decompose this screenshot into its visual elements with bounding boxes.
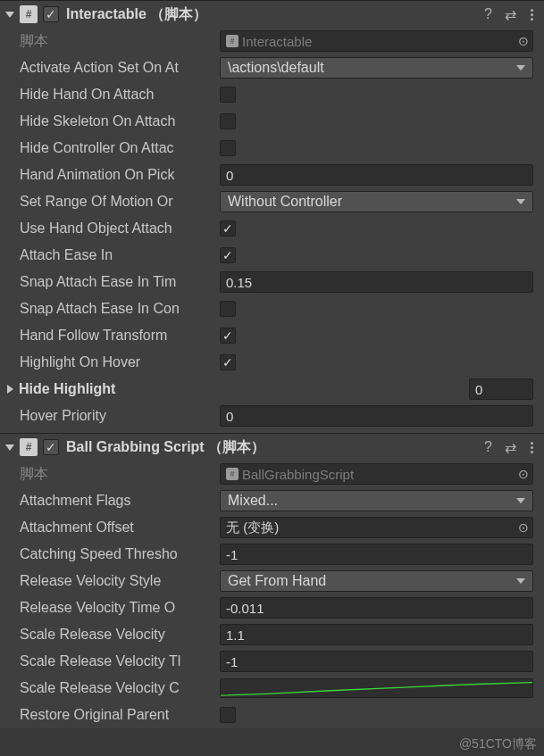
script-icon: # xyxy=(20,438,38,456)
menu-icon[interactable] xyxy=(529,440,535,455)
input-catching-speed[interactable] xyxy=(220,544,533,565)
input-scale-release-velocity-t[interactable] xyxy=(220,651,533,672)
script-field[interactable]: # Interactable ⊙ xyxy=(220,30,533,52)
checkbox-restore-parent[interactable] xyxy=(220,707,236,723)
chevron-down-icon xyxy=(516,578,525,584)
object-picker-icon[interactable]: ⊙ xyxy=(518,520,529,535)
foldout-icon[interactable] xyxy=(7,385,13,394)
checkbox-hide-skeleton[interactable] xyxy=(220,113,236,129)
dropdown-attachment-flags[interactable]: Mixed... xyxy=(220,490,533,511)
checkbox-highlight-hover[interactable] xyxy=(220,354,236,370)
checkbox-use-hand-object[interactable] xyxy=(220,220,236,237)
preset-icon[interactable]: ⇄ xyxy=(505,439,516,456)
component-title: Interactable （脚本） xyxy=(66,5,472,24)
script-obj-icon: # xyxy=(226,468,239,480)
input-scale-release-velocity[interactable] xyxy=(220,624,533,645)
checkbox-hide-hand[interactable] xyxy=(220,87,236,103)
checkbox-attach-ease-in[interactable] xyxy=(220,247,236,263)
input-hide-highlight-size[interactable] xyxy=(469,378,533,400)
enable-checkbox[interactable] xyxy=(43,439,59,455)
enable-checkbox[interactable] xyxy=(43,6,59,22)
component-title: Ball Grabbing Script （脚本） xyxy=(66,438,472,457)
input-snap-ease-time[interactable] xyxy=(220,271,533,293)
foldout-icon[interactable] xyxy=(5,12,14,18)
component-header[interactable]: # Interactable （脚本） ? ⇄ xyxy=(0,1,544,28)
script-field[interactable]: # BallGrabbingScript ⊙ xyxy=(220,463,533,485)
script-name: Interactable xyxy=(242,34,518,49)
chevron-down-icon xyxy=(516,498,525,503)
chevron-down-icon xyxy=(516,65,525,71)
object-picker-icon[interactable]: ⊙ xyxy=(518,467,529,481)
script-obj-icon: # xyxy=(226,35,239,47)
label: Activate Action Set On At xyxy=(20,60,220,76)
checkbox-hand-follow[interactable] xyxy=(220,328,236,344)
component-ball-grabbing: # Ball Grabbing Script （脚本） ? ⇄ 脚本 # Bal… xyxy=(0,433,544,728)
help-icon[interactable]: ? xyxy=(484,6,492,22)
row-hide-highlight: Hide Highlight xyxy=(0,376,544,403)
preset-icon[interactable]: ⇄ xyxy=(505,6,516,23)
script-icon: # xyxy=(20,5,38,23)
object-picker-icon[interactable]: ⊙ xyxy=(518,34,529,48)
row-script: 脚本 # Interactable ⊙ xyxy=(0,28,544,54)
label-script: 脚本 xyxy=(20,465,220,484)
label-script: 脚本 xyxy=(20,32,220,51)
chevron-down-icon xyxy=(516,199,525,204)
input-hover-priority[interactable] xyxy=(220,405,533,427)
dropdown-activate-action[interactable]: \actions\default xyxy=(220,57,533,79)
curve-field[interactable] xyxy=(220,678,533,698)
input-hand-animation[interactable] xyxy=(220,164,533,186)
script-name: BallGrabbingScript xyxy=(242,467,518,482)
component-interactable: # Interactable （脚本） ? ⇄ 脚本 # Interactabl… xyxy=(0,0,544,433)
checkbox-snap-ease-con[interactable] xyxy=(220,301,236,317)
input-release-velocity-time[interactable] xyxy=(220,597,533,619)
component-header[interactable]: # Ball Grabbing Script （脚本） ? ⇄ xyxy=(0,434,544,461)
objfield-attachment-offset[interactable]: 无 (变换) ⊙ xyxy=(220,517,533,538)
checkbox-hide-controller[interactable] xyxy=(220,140,236,156)
row-script: 脚本 # BallGrabbingScript ⊙ xyxy=(0,461,544,487)
menu-icon[interactable] xyxy=(529,7,535,22)
foldout-icon[interactable] xyxy=(5,444,14,451)
row-activate-action: Activate Action Set On At \actions\defau… xyxy=(0,54,544,81)
help-icon[interactable]: ? xyxy=(484,439,492,455)
dropdown-release-velocity-style[interactable]: Get From Hand xyxy=(220,570,533,592)
dropdown-range-of-motion[interactable]: Without Controller xyxy=(220,191,533,212)
